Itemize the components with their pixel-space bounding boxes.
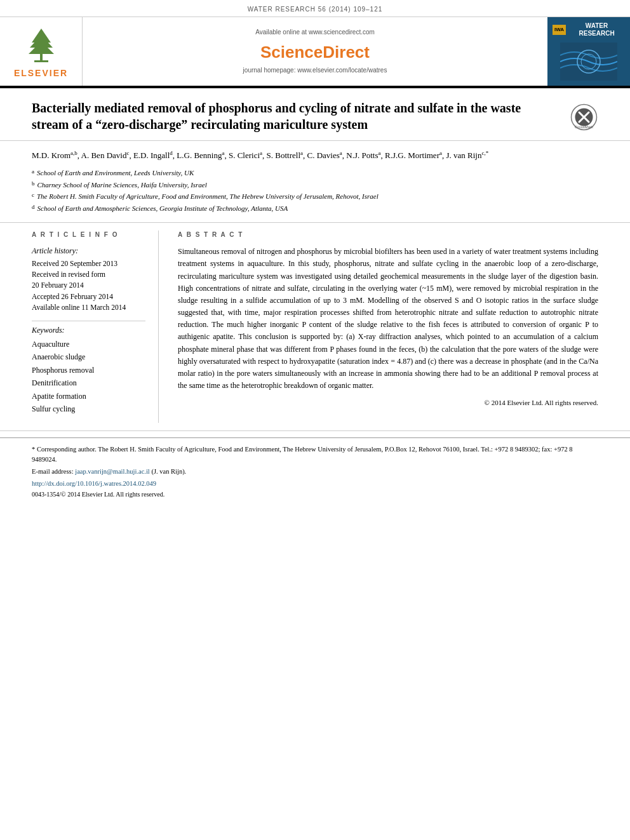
center-header: Available online at www.sciencedirect.co… bbox=[83, 17, 547, 86]
content-section: A R T I C L E I N F O Article history: R… bbox=[0, 223, 630, 431]
available-online-date: Available online 11 March 2014 bbox=[32, 302, 145, 313]
keyword-5: Apatite formation bbox=[32, 390, 145, 403]
revised-date: 20 February 2014 bbox=[32, 280, 145, 291]
affiliation-a: aSchool of Earth and Environment, Leeds … bbox=[32, 168, 598, 178]
journal-header-text: WATER RESEARCH 56 (2014) 109–121 bbox=[248, 6, 383, 13]
article-info: A R T I C L E I N F O Article history: R… bbox=[32, 230, 159, 423]
crossmark-logo[interactable]: CrossMark bbox=[570, 103, 598, 131]
water-research-box: IWA WATER RESEARCH bbox=[547, 17, 630, 86]
email-line: E-mail address: jaap.vanrijn@mail.huji.a… bbox=[32, 467, 598, 477]
footnotes-section: * Corresponding author. The Robert H. Sm… bbox=[0, 437, 630, 505]
journal-homepage-text: journal homepage: www.elsevier.com/locat… bbox=[243, 66, 387, 75]
elsevier-brand: ELSEVIER bbox=[14, 67, 68, 80]
keyword-6: Sulfur cycling bbox=[32, 403, 145, 415]
article-title-section: Bacterially mediated removal of phosphor… bbox=[0, 88, 630, 141]
svg-text:CrossMark: CrossMark bbox=[575, 125, 594, 129]
received-date: Received 20 September 2013 bbox=[32, 258, 145, 269]
affiliation-c: cThe Robert H. Smith Faculty of Agricult… bbox=[32, 191, 598, 202]
abstract-paragraph: Simultaneous removal of nitrogen and pho… bbox=[178, 246, 598, 392]
email-link[interactable]: jaap.vanrijn@mail.huji.ac.il bbox=[75, 468, 150, 475]
journal-header: WATER RESEARCH 56 (2014) 109–121 bbox=[0, 0, 630, 17]
article-title: Bacterially mediated removal of phosphor… bbox=[32, 100, 557, 133]
affiliation-b: bCharney School of Marine Sciences, Haif… bbox=[32, 180, 598, 190]
email-label: E-mail address: bbox=[32, 468, 74, 475]
accepted-date: Accepted 26 February 2014 bbox=[32, 291, 145, 302]
revised-label: Received in revised form bbox=[32, 269, 145, 280]
issn-line: 0043-1354/© 2014 Elsevier Ltd. All right… bbox=[32, 490, 598, 499]
abstract-section: A B S T R A C T Simultaneous removal of … bbox=[178, 230, 598, 423]
history-subhead: Article history: bbox=[32, 246, 145, 257]
abstract-label: A B S T R A C T bbox=[178, 230, 598, 239]
abstract-text: Simultaneous removal of nitrogen and pho… bbox=[178, 246, 598, 392]
top-bar: ELSEVIER Available online at www.science… bbox=[0, 17, 630, 87]
keywords-section: Keywords: Aquaculture Anaerobic sludge P… bbox=[32, 325, 145, 415]
iwa-badge: IWA bbox=[553, 25, 566, 34]
doi-line: http://dx.doi.org/10.1016/j.watres.2014.… bbox=[32, 479, 598, 489]
authors-list: M.D. Kroma,b, A. Ben Davidc, E.D. Ingall… bbox=[32, 149, 598, 163]
article-info-label: A R T I C L E I N F O bbox=[32, 230, 145, 239]
authors-section: M.D. Kroma,b, A. Ben Davidc, E.D. Ingall… bbox=[0, 141, 630, 223]
wr-logo-top: IWA WATER RESEARCH bbox=[553, 22, 625, 37]
keyword-4: Denitrification bbox=[32, 377, 145, 389]
svg-rect-1 bbox=[34, 60, 48, 62]
keywords-list: Aquaculture Anaerobic sludge Phosphorus … bbox=[32, 338, 145, 415]
article-history: Article history: Received 20 September 2… bbox=[32, 246, 145, 313]
keyword-2: Anaerobic sludge bbox=[32, 350, 145, 363]
affiliation-d: dSchool of Earth and Atmospheric Science… bbox=[32, 203, 598, 214]
elsevier-logo: ELSEVIER bbox=[0, 17, 83, 86]
sciencedirect-logo[interactable]: ScienceDirect bbox=[260, 41, 370, 63]
corresponding-author-text: * Corresponding author. The Robert H. Sm… bbox=[32, 446, 573, 463]
wr-cover-image bbox=[560, 43, 617, 81]
keywords-subhead: Keywords: bbox=[32, 325, 145, 336]
keyword-3: Phosphorus removal bbox=[32, 364, 145, 377]
available-online-text: Available online at www.sciencedirect.co… bbox=[255, 28, 375, 37]
affiliations-list: aSchool of Earth and Environment, Leeds … bbox=[32, 168, 598, 213]
article-title-container: Bacterially mediated removal of phosphor… bbox=[32, 100, 557, 133]
info-divider bbox=[32, 321, 145, 321]
keyword-1: Aquaculture bbox=[32, 338, 145, 350]
email-person: (J. van Rijn). bbox=[151, 468, 186, 475]
copyright-text: © 2014 Elsevier Ltd. All rights reserved… bbox=[178, 398, 598, 408]
doi-link[interactable]: http://dx.doi.org/10.1016/j.watres.2014.… bbox=[32, 480, 156, 487]
corresponding-author-note: * Corresponding author. The Robert H. Sm… bbox=[32, 444, 598, 465]
water-research-title: WATER RESEARCH bbox=[568, 22, 625, 37]
